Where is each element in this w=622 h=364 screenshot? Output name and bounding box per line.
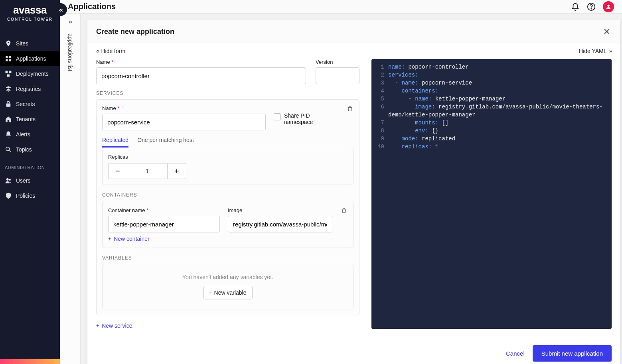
code-content: services: (388, 72, 419, 78)
sidebar-item-label: Alerts (16, 131, 30, 138)
yaml-line: 10 replicas: 1 (371, 143, 612, 151)
sidebar-section-admin: ADMINISTRATION (0, 157, 60, 173)
share-pid-checkbox[interactable] (274, 113, 281, 120)
modal-header: Create new application (87, 20, 620, 43)
lock-icon (5, 100, 12, 108)
replicas-decrement-button[interactable]: − (108, 163, 127, 179)
svg-rect-5 (9, 71, 12, 73)
sidebar: avassa CONTROL TOWER « Sites Application… (0, 0, 60, 364)
primary-nav: Sites Applications Deployments Registrie… (0, 36, 60, 203)
brand-logo: avassa (4, 4, 56, 16)
hide-yaml-button[interactable]: Hide YAML » (579, 48, 612, 54)
sidebar-item-label: Secrets (16, 101, 35, 107)
help-icon[interactable] (587, 2, 596, 11)
modal-title: Create new application (96, 28, 174, 36)
line-number: 4 (376, 88, 388, 94)
service-name-input[interactable] (102, 114, 266, 130)
code-content: - name: kettle-popper-manager (388, 96, 505, 102)
version-input[interactable] (316, 67, 359, 84)
yaml-line: 3 - name: popcorn-service (371, 79, 612, 87)
svg-rect-4 (6, 71, 8, 73)
new-variable-button[interactable]: + New variable (203, 286, 253, 299)
sidebar-item-deployments[interactable]: Deployments (0, 66, 60, 81)
sidebar-item-applications[interactable]: Applications (0, 51, 60, 66)
submit-button[interactable]: Submit new application (533, 345, 612, 362)
replicas-increment-button[interactable]: + (167, 163, 186, 179)
grid-icon (5, 55, 12, 62)
sidebar-item-label: Users (16, 177, 31, 184)
yaml-line: 6 image: registry.gitlab.com/avassa-publ… (371, 103, 612, 111)
shield-icon (5, 192, 12, 199)
image-input[interactable] (228, 216, 332, 232)
line-number: 2 (376, 72, 388, 78)
sidebar-item-label: Topics (16, 146, 32, 153)
yaml-line: 1name: popcorn-controller (371, 63, 612, 71)
hide-yaml-label: Hide YAML (579, 48, 607, 54)
line-number: 5 (376, 96, 388, 102)
new-container-button[interactable]: New container (108, 236, 150, 242)
user-avatar[interactable] (603, 1, 614, 12)
yaml-line: demo/kettle-popper-manager (371, 111, 612, 119)
pin-icon (5, 40, 12, 47)
replicas-label: Replicas (108, 154, 348, 160)
sidebar-item-secrets[interactable]: Secrets (0, 96, 60, 112)
topbar: Applications (60, 0, 622, 14)
code-content: name: popcorn-controller (388, 64, 469, 70)
create-application-modal: Create new application « Hide form Hide … (87, 20, 621, 364)
line-number: 8 (376, 128, 388, 134)
code-content: demo/kettle-popper-manager (388, 112, 475, 118)
service-mode-tabs: Replicated One per matching host (102, 137, 353, 148)
yaml-line: 5 - name: kettle-popper-manager (371, 95, 612, 103)
svg-point-10 (9, 179, 11, 181)
services-section-label: SERVICES (96, 91, 359, 96)
boxes-icon (5, 70, 12, 77)
house-icon (5, 116, 12, 123)
yaml-preview: 1name: popcorn-controller2services:3 - n… (371, 59, 612, 329)
cancel-button[interactable]: Cancel (506, 350, 525, 357)
line-number: 3 (376, 80, 388, 86)
tab-one-per-host[interactable]: One per matching host (137, 137, 194, 148)
notifications-icon[interactable] (571, 2, 580, 11)
chevron-left-icon: « (96, 48, 99, 54)
page-title: Applications (68, 2, 116, 11)
svg-rect-1 (9, 56, 11, 58)
logo-area: avassa CONTROL TOWER « (0, 0, 60, 24)
code-content: env: {} (388, 128, 438, 134)
delete-service-button[interactable] (346, 105, 353, 112)
code-content: mode: replicated (388, 136, 455, 142)
bell-icon (5, 131, 12, 138)
svg-rect-6 (7, 75, 10, 77)
users-icon (5, 177, 12, 184)
app-name-input[interactable] (96, 67, 306, 84)
variables-empty-panel: You haven't added any variables yet. + N… (102, 264, 353, 309)
collapse-sidebar-button[interactable]: « (54, 3, 67, 16)
form-column: Name * Version SERVICES Name * (96, 59, 359, 329)
sidebar-item-registries[interactable]: Registries (0, 81, 60, 96)
container-name-label: Container name * (108, 207, 220, 213)
yaml-line: 8 env: {} (371, 127, 612, 135)
container-name-input[interactable] (108, 216, 220, 232)
hide-form-button[interactable]: « Hide form (96, 48, 125, 54)
close-icon[interactable] (602, 27, 612, 36)
delete-container-button[interactable] (340, 207, 348, 214)
stack-icon (5, 85, 12, 92)
new-service-button[interactable]: New service (96, 323, 132, 329)
sidebar-item-policies[interactable]: Policies (0, 188, 60, 203)
yaml-line: 7 mounts: [] (371, 119, 612, 127)
sidebar-item-alerts[interactable]: Alerts (0, 127, 60, 142)
svg-rect-3 (9, 59, 11, 61)
expand-list-button[interactable]: » (60, 14, 80, 30)
sidebar-item-tenants[interactable]: Tenants (0, 112, 60, 127)
modal-footer: Cancel Submit new application (87, 338, 620, 364)
sidebar-accent (0, 359, 60, 364)
share-pid-label: Share PID namespace (284, 112, 332, 125)
yaml-line: 2services: (371, 71, 612, 79)
tab-replicated[interactable]: Replicated (102, 137, 128, 148)
containers-section-label: CONTAINERS (102, 192, 353, 198)
sidebar-item-topics[interactable]: Topics (0, 142, 60, 157)
brand-subtitle: CONTROL TOWER (4, 17, 56, 22)
sidebar-item-sites[interactable]: Sites (0, 36, 60, 51)
line-number: 1 (376, 64, 388, 70)
line-number (376, 112, 388, 118)
sidebar-item-users[interactable]: Users (0, 173, 60, 188)
